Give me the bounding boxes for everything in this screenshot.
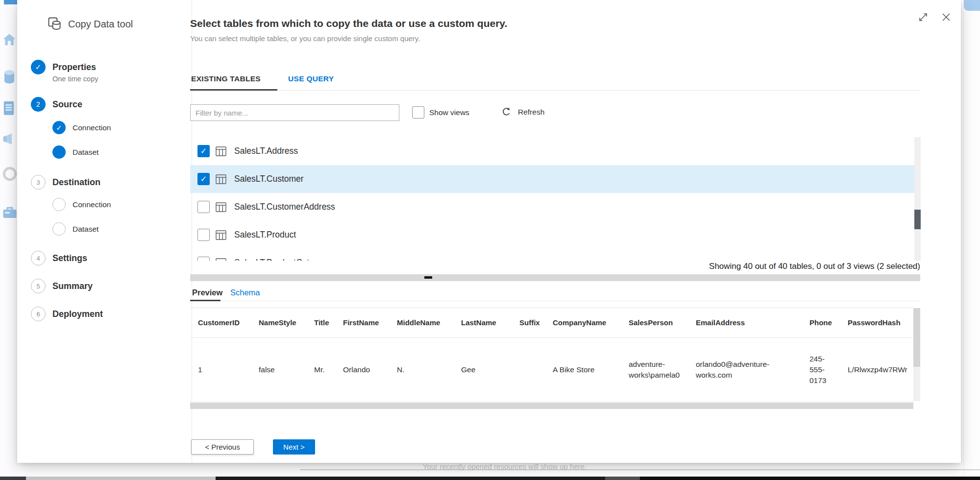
background-blue-panel: [964, 0, 980, 11]
close-icon[interactable]: [941, 12, 952, 23]
active-tab-underline: [190, 89, 277, 91]
table-icon: [215, 257, 227, 261]
preview-vertical-scrollbar-thumb[interactable]: [913, 308, 920, 367]
table-list-scrollbar[interactable]: [914, 137, 921, 261]
tab-schema[interactable]: Schema: [230, 288, 260, 297]
background-right-strip: [963, 0, 980, 480]
cell-salesperson: adventure-works\pamela0: [621, 359, 688, 381]
column-header: NameStyle: [251, 317, 306, 328]
step-destination[interactable]: 3 Destination: [31, 175, 100, 190]
taskbar-segment: [605, 477, 640, 480]
show-views-control[interactable]: Show views: [412, 106, 469, 119]
active-preview-tab-underline: [190, 300, 220, 301]
tab-existing-tables[interactable]: EXISTING TABLES: [191, 74, 261, 83]
taskbar-segment: [0, 477, 26, 480]
refresh-label: Refresh: [518, 108, 544, 117]
substep-label: Dataset: [73, 222, 98, 236]
column-header: Phone: [802, 317, 840, 328]
step-summary[interactable]: 5 Summary: [31, 279, 93, 293]
preview-horizontal-scrollbar[interactable]: [190, 403, 913, 409]
step-label: Source: [52, 97, 82, 112]
preview-table-row: 1 false Mr. Orlando N. Gee A Bike Store …: [190, 338, 913, 402]
table-row-selected[interactable]: ✓ SalesLT.Customer: [190, 165, 914, 193]
step-number-badge: 5: [31, 279, 46, 293]
table-row[interactable]: SalesLT.Product: [190, 221, 914, 249]
background-active-tab: [4, 0, 17, 4]
step-label: Summary: [52, 279, 93, 293]
substep-label: Dataset: [73, 145, 98, 159]
app-title: Copy Data tool: [68, 19, 133, 30]
app-header: Copy Data tool: [48, 17, 133, 31]
taskbar-segment: [640, 477, 980, 480]
filter-input[interactable]: [190, 104, 399, 121]
checkbox-unchecked[interactable]: [197, 257, 210, 261]
column-header: EmailAddress: [688, 317, 802, 328]
substep-source-dataset[interactable]: Dataset: [52, 145, 98, 159]
table-row[interactable]: SalesLT.ProductCategory: [190, 249, 914, 261]
step-source[interactable]: 2 Source: [31, 97, 82, 112]
step-settings[interactable]: 4 Settings: [31, 251, 87, 265]
table-row[interactable]: SalesLT.CustomerAddress: [190, 193, 914, 221]
checkbox-unchecked[interactable]: [197, 201, 210, 213]
column-header: SalesPerson: [621, 317, 688, 328]
cell-passwordhash: L/Rlwxzp4w7RWr: [840, 364, 913, 375]
table-list-scrollbar-thumb[interactable]: [914, 210, 921, 229]
substep-destination-connection[interactable]: Connection: [52, 198, 111, 211]
substep-label: Connection: [73, 198, 111, 211]
help-circle-icon: [2, 166, 17, 185]
step-label: Settings: [52, 251, 87, 265]
step-deployment[interactable]: 6 Deployment: [31, 307, 103, 321]
tab-preview[interactable]: Preview: [192, 288, 222, 297]
step-number-badge: 3: [31, 175, 46, 190]
step-properties[interactable]: ✓ Properties One time copy: [31, 60, 98, 83]
step-number-badge: 4: [31, 251, 46, 265]
dialog-subtitle: You can select multiple tables, or you c…: [190, 34, 420, 43]
previous-button[interactable]: < Previous: [191, 439, 254, 455]
substep-source-connection[interactable]: ✓ Connection: [52, 121, 111, 134]
table-row[interactable]: ✓ SalesLT.Address: [190, 137, 914, 165]
expand-icon[interactable]: [918, 12, 929, 23]
table-icon: [215, 201, 227, 214]
background-left-nav: [0, 0, 17, 480]
toolbox-icon: [2, 204, 17, 223]
step-label: Properties: [52, 60, 98, 74]
substep-todo-dot-icon: [52, 222, 66, 236]
table-name: SalesLT.Address: [234, 146, 298, 156]
checkbox-checked[interactable]: ✓: [197, 173, 210, 185]
refresh-button[interactable]: Refresh: [501, 106, 544, 118]
column-header: FirstName: [335, 317, 389, 328]
tab-use-query[interactable]: USE QUERY: [288, 74, 334, 83]
step-number-badge: 6: [31, 307, 46, 321]
column-header: MiddleName: [389, 317, 453, 328]
show-views-checkbox[interactable]: [412, 106, 424, 119]
preview-vertical-scrollbar[interactable]: [913, 308, 920, 401]
step-label: Deployment: [52, 307, 103, 321]
checkbox-checked[interactable]: ✓: [197, 145, 210, 157]
table-name: SalesLT.Customer: [234, 174, 304, 184]
copy-data-tool-icon: [48, 17, 62, 31]
table-icon: [215, 229, 227, 241]
table-name: SalesLT.Product: [234, 230, 296, 240]
next-button[interactable]: Next >: [273, 439, 315, 455]
cell-namestyle: false: [251, 364, 306, 375]
dialog-title: Select tables from which to copy the dat…: [190, 18, 507, 29]
table-icon: [215, 145, 227, 158]
table-name: SalesLT.CustomerAddress: [234, 202, 335, 212]
document-icon: [2, 100, 17, 120]
column-header: CompanyName: [545, 317, 621, 328]
substep-destination-dataset[interactable]: Dataset: [52, 222, 98, 236]
megaphone-icon: [2, 131, 17, 151]
column-header: Suffix: [512, 317, 545, 328]
column-header: LastName: [453, 317, 512, 328]
cell-middlename: N.: [389, 364, 453, 375]
checkbox-unchecked[interactable]: [197, 229, 210, 241]
column-header: CustomerID: [190, 317, 251, 328]
substep-todo-dot-icon: [52, 198, 66, 211]
preview-tabs-divider: [190, 301, 920, 301]
pane-splitter[interactable]: [190, 274, 920, 281]
step-label: Destination: [52, 175, 100, 190]
splitter-grip-icon[interactable]: [424, 276, 432, 279]
table-icon: [215, 173, 227, 186]
column-header: PasswordHash: [840, 317, 913, 328]
table-list: ✓ SalesLT.Address ✓ SalesLT.Customer Sal…: [190, 137, 914, 261]
